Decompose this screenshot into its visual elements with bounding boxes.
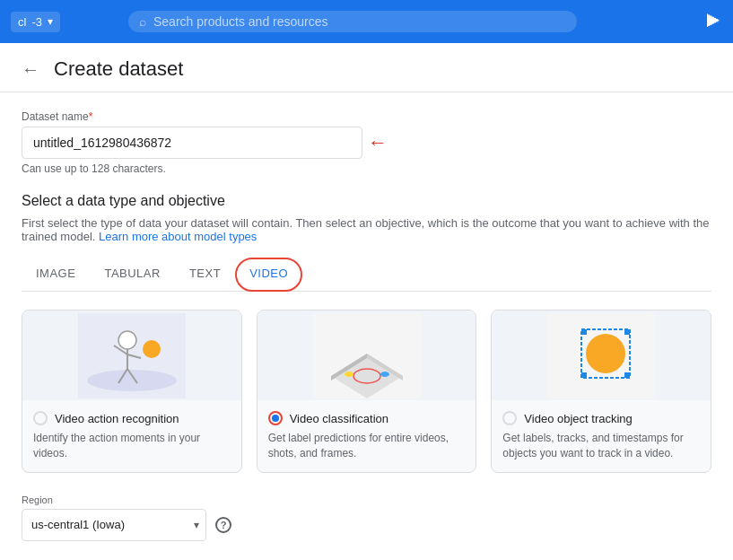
dataset-name-hint: Can use up to 128 characters. xyxy=(22,162,711,175)
dataset-name-field: Dataset name* ← Can use up to 128 charac… xyxy=(22,110,711,175)
nav-grid-icon[interactable]: ⯈ xyxy=(706,13,722,31)
region-select[interactable]: us-central1 (Iowa) us-east1 (South Carol… xyxy=(22,509,206,541)
tab-image[interactable]: IMAGE xyxy=(22,258,90,291)
card-illustration-classification xyxy=(257,311,476,400)
svg-point-14 xyxy=(345,372,353,377)
svg-rect-21 xyxy=(581,372,587,378)
card-body-classification: Video classification Get label predictio… xyxy=(257,400,476,472)
svg-rect-20 xyxy=(624,329,630,335)
svg-point-17 xyxy=(586,334,625,373)
search-bar: ⌕ xyxy=(128,11,577,32)
card-body-tracking: Video object tracking Get labels, tracks… xyxy=(492,400,711,472)
project-selector[interactable]: cl-3 ▾ xyxy=(11,12,60,32)
dataset-name-label: Dataset name* xyxy=(22,110,711,123)
region-section: Region us-central1 (Iowa) us-east1 (Sout… xyxy=(22,494,711,541)
search-input[interactable] xyxy=(153,14,566,29)
learn-more-model-types-link[interactable]: Learn more about model types xyxy=(99,230,257,243)
card-radio-label-action: Video action recognition xyxy=(33,411,231,425)
data-type-tabs: IMAGE TABULAR TEXT VIDEO xyxy=(22,258,711,292)
svg-point-8 xyxy=(143,340,161,358)
radio-action[interactable] xyxy=(33,411,48,425)
project-chevron-icon: ▾ xyxy=(48,15,53,28)
card-desc-tracking: Get labels, tracks, and timestamps for o… xyxy=(502,431,700,461)
svg-point-2 xyxy=(118,331,136,349)
svg-rect-19 xyxy=(581,329,587,335)
project-suffix: -3 xyxy=(31,15,42,29)
dataset-name-input[interactable] xyxy=(22,127,362,159)
form-area: Dataset name* ← Can use up to 128 charac… xyxy=(0,92,733,560)
card-desc-action: Identify the action moments in your vide… xyxy=(33,431,231,461)
card-title-action: Video action recognition xyxy=(55,412,179,425)
page-header: ← Create dataset xyxy=(0,43,733,92)
nav-right-area: ⯈ xyxy=(706,13,722,31)
project-name: cl xyxy=(18,15,26,29)
tab-text[interactable]: TEXT xyxy=(175,258,235,291)
region-select-wrapper: us-central1 (Iowa) us-east1 (South Carol… xyxy=(22,509,206,541)
option-video-action-recognition[interactable]: Video action recognition Identify the ac… xyxy=(22,310,242,473)
tab-tabular[interactable]: TABULAR xyxy=(90,258,175,291)
card-illustration-action xyxy=(22,311,241,400)
radio-tracking[interactable] xyxy=(502,411,517,425)
search-icon: ⌕ xyxy=(139,14,146,29)
option-video-object-tracking[interactable]: Video object tracking Get labels, tracks… xyxy=(491,310,711,473)
svg-rect-22 xyxy=(624,372,630,378)
objective-cards: Video action recognition Identify the ac… xyxy=(22,310,711,473)
page-title: Create dataset xyxy=(54,57,183,81)
svg-point-15 xyxy=(380,372,389,377)
card-illustration-tracking xyxy=(492,311,711,400)
svg-point-1 xyxy=(87,370,177,391)
card-title-classification: Video classification xyxy=(290,412,388,425)
back-button[interactable]: ← xyxy=(22,60,39,78)
tab-video[interactable]: VIDEO xyxy=(235,258,302,292)
section-desc: First select the type of data your datas… xyxy=(22,216,711,243)
radio-classification[interactable] xyxy=(268,411,283,425)
region-label: Region xyxy=(22,494,711,505)
section-title: Select a data type and objective xyxy=(22,193,711,209)
card-radio-label-tracking: Video object tracking xyxy=(502,411,700,425)
card-desc-classification: Get label predictions for entire videos,… xyxy=(268,431,466,461)
region-select-wrap: us-central1 (Iowa) us-east1 (South Carol… xyxy=(22,509,711,541)
card-title-tracking: Video object tracking xyxy=(524,412,632,425)
annotation-arrow: ← xyxy=(368,131,388,154)
top-navigation: cl-3 ▾ ⌕ ⯈ xyxy=(0,0,733,43)
card-body-action: Video action recognition Identify the ac… xyxy=(22,400,241,472)
region-help-icon[interactable]: ? xyxy=(215,517,231,533)
option-video-classification[interactable]: Video classification Get label predictio… xyxy=(257,310,477,473)
card-radio-label-classification: Video classification xyxy=(268,411,466,425)
